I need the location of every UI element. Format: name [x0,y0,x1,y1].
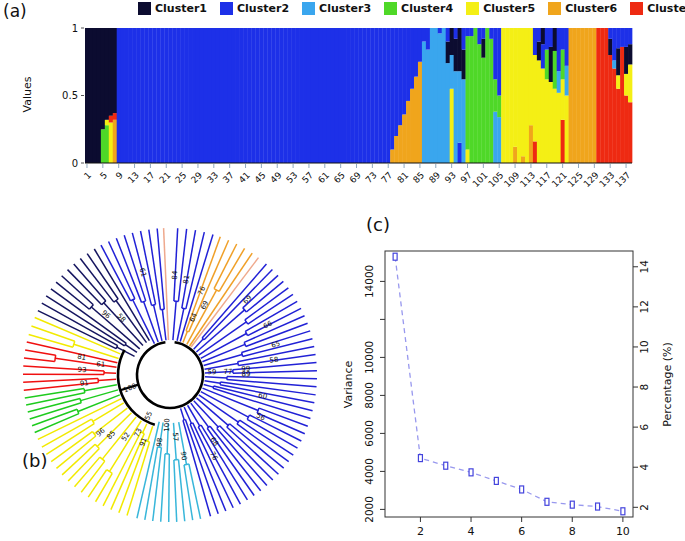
svg-text:8: 8 [638,384,650,391]
svg-text:89: 89 [241,370,250,378]
legend-swatch [466,2,479,15]
svg-text:129: 129 [581,170,600,189]
svg-text:133: 133 [597,170,616,189]
svg-text:81: 81 [395,170,410,185]
svg-text:125: 125 [566,170,585,189]
svg-text:49: 49 [268,170,283,185]
svg-text:52: 52 [120,431,132,443]
legend-label: Cluster6 [565,2,617,15]
svg-text:17: 17 [142,170,157,185]
svg-text:25: 25 [173,170,188,185]
legend-label: Cluster2 [237,2,289,15]
svg-text:100: 100 [122,382,137,394]
svg-text:69: 69 [348,170,363,185]
svg-text:73: 73 [364,170,379,185]
svg-text:100: 100 [163,418,171,432]
legend-item: Cluster1 [138,2,207,15]
svg-text:4000: 4000 [363,458,375,485]
svg-text:8000: 8000 [363,382,375,409]
svg-text:12: 12 [638,300,650,313]
svg-text:68: 68 [208,436,220,448]
svg-text:58: 58 [269,356,279,365]
svg-text:6000: 6000 [363,420,375,447]
svg-text:98: 98 [155,437,164,447]
legend-label: Cluster1 [155,2,207,15]
svg-text:56: 56 [255,411,267,422]
svg-text:105: 105 [486,170,505,189]
structure-plot: 00.5115913172125293337414549535761656973… [0,20,685,205]
svg-text:53: 53 [284,170,299,185]
legend-label: Cluster3 [319,2,371,15]
legend-label: Cluster7 [647,2,685,15]
legend-label: Cluster5 [483,2,535,15]
svg-text:5: 5 [98,170,109,181]
svg-text:29: 29 [189,170,204,185]
legend-swatch [138,2,151,15]
svg-text:77: 77 [379,170,394,185]
legend-item: Cluster7 [630,2,685,15]
svg-text:137: 137 [613,170,632,189]
svg-text:13: 13 [126,170,141,185]
svg-text:6: 6 [518,525,525,538]
svg-text:0: 0 [72,158,78,169]
svg-text:2: 2 [417,525,424,538]
svg-text:84: 84 [171,270,180,280]
svg-text:61: 61 [316,170,331,185]
svg-text:77: 77 [223,368,232,376]
svg-text:1: 1 [72,23,78,34]
svg-text:85: 85 [411,170,426,185]
svg-text:109: 109 [502,170,521,189]
svg-text:81: 81 [182,274,192,284]
svg-text:117: 117 [534,170,553,189]
svg-text:21: 21 [157,170,172,185]
svg-text:8: 8 [569,525,576,538]
svg-text:59: 59 [207,368,216,376]
svg-text:10: 10 [616,525,630,538]
svg-text:101: 101 [470,170,489,189]
svg-text:76: 76 [196,285,207,297]
svg-text:1: 1 [82,170,93,181]
svg-text:33: 33 [205,170,220,185]
svg-text:10: 10 [638,340,650,353]
svg-text:55: 55 [143,410,154,421]
legend-item: Cluster3 [302,2,371,15]
svg-text:4: 4 [468,525,475,538]
svg-text:37: 37 [221,170,236,185]
svg-text:93: 93 [443,170,458,185]
svg-text:0.5: 0.5 [62,90,78,101]
svg-text:91: 91 [79,379,89,388]
svg-text:57: 57 [300,170,315,185]
legend-item: Cluster6 [548,2,617,15]
svg-text:61: 61 [96,360,106,369]
legend-item: Cluster4 [384,2,453,15]
svg-text:69: 69 [242,294,254,306]
svg-text:90: 90 [179,451,188,461]
svg-text:69: 69 [199,299,210,311]
legend-swatch [630,2,643,15]
svg-text:2: 2 [638,504,650,511]
svg-text:113: 113 [518,170,537,189]
svg-text:85: 85 [105,429,117,441]
scree-plot: 2000400060008000100001400024681012142468… [340,211,685,541]
dendrogram-plot: 8481766964696665589989775960566876905710… [0,210,340,541]
svg-text:45: 45 [253,170,268,185]
svg-text:89: 89 [427,170,442,185]
panel-a-label: (a) [3,1,27,21]
svg-text:14: 14 [638,260,650,274]
svg-text:9: 9 [114,170,125,181]
cluster-legend: Cluster1Cluster2Cluster3Cluster4Cluster5… [138,2,685,15]
svg-text:81: 81 [77,353,87,362]
svg-text:61: 61 [138,267,148,278]
legend-swatch [220,2,233,15]
legend-swatch [384,2,397,15]
legend-item: Cluster5 [466,2,535,15]
svg-text:93: 93 [78,366,87,374]
svg-text:6: 6 [638,423,650,430]
figure: (a) Cluster1Cluster2Cluster3Cluster4Clus… [0,0,685,541]
legend-swatch [548,2,561,15]
svg-text:65: 65 [332,170,347,185]
svg-text:121: 121 [550,170,569,189]
legend-swatch [302,2,315,15]
svg-text:60: 60 [257,391,268,401]
svg-text:14000: 14000 [363,265,375,298]
